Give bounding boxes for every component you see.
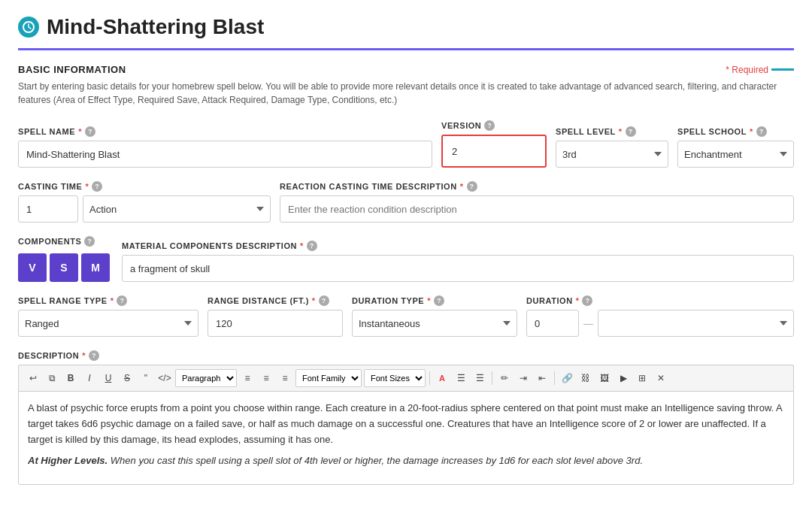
toolbar-align-center-button[interactable]: ≡	[258, 370, 274, 386]
description-editor[interactable]: A blast of psychic force erupts from a p…	[18, 391, 794, 485]
toolbar-edit-button[interactable]: ✏	[496, 370, 513, 386]
reaction-desc-help[interactable]: ?	[467, 181, 477, 192]
toolbar-font-color-button[interactable]: A	[434, 370, 450, 386]
casting-number-input[interactable]	[18, 195, 78, 223]
required-note: * Required	[726, 65, 794, 75]
range-dist-label: RANGE DISTANCE (FT.) * ?	[208, 295, 343, 306]
material-desc-group: MATERIAL COMPONENTS DESCRIPTION * ?	[122, 241, 794, 282]
toolbar-unlink-button[interactable]: ⛓	[577, 370, 594, 386]
component-buttons: V S M	[18, 253, 110, 282]
material-desc-help[interactable]: ?	[307, 241, 317, 251]
reaction-desc-label: REACTION CASTING TIME DESCRIPTION * ?	[280, 181, 794, 192]
range-type-select[interactable]: Ranged	[18, 310, 198, 337]
spell-school-group: SPELL SCHOOL * ? Enchantment	[677, 126, 794, 168]
range-dist-group: RANGE DISTANCE (FT.) * ?	[208, 295, 343, 337]
component-v-button[interactable]: V	[18, 253, 47, 282]
description-higher-levels: At Higher Levels. When you cast this spe…	[28, 453, 784, 469]
description-paragraph-1: A blast of psychic force erupts from a p…	[28, 401, 784, 447]
editor-toolbar: ↩ ⧉ B I U S " </> Paragraph ≡ ≡ ≡	[18, 365, 794, 391]
casting-type-select[interactable]: Action Bonus Action Reaction	[83, 195, 271, 223]
page-title: Mind-Shattering Blast	[47, 15, 264, 39]
toolbar-copy-button[interactable]: ⧉	[44, 370, 60, 386]
toolbar-divider-1	[429, 371, 430, 385]
spell-info-row: SPELL NAME * ? VERSION ? SPELL LEVEL * ?…	[18, 120, 794, 168]
components-label: COMPONENTS ?	[18, 236, 110, 247]
toolbar-code-button[interactable]: </>	[156, 370, 173, 386]
section-description: Start by entering basic details for your…	[18, 80, 794, 107]
toolbar-font-sizes-select[interactable]: Font Sizes	[364, 369, 426, 387]
version-label: VERSION ?	[441, 120, 547, 131]
toolbar-undo-button[interactable]: ↩	[25, 370, 41, 386]
components-row: COMPONENTS ? V S M MATERIAL COMPONENTS D…	[18, 236, 794, 282]
higher-levels-bold: At Higher Levels.	[28, 455, 108, 466]
casting-time-help[interactable]: ?	[92, 181, 102, 192]
spell-school-select[interactable]: Enchantment	[677, 141, 794, 168]
toolbar-table-button[interactable]: ⊞	[634, 370, 650, 386]
toolbar-align-left-button[interactable]: ≡	[239, 370, 256, 386]
casting-time-label: CASTING TIME * ?	[18, 181, 271, 192]
version-input[interactable]	[444, 138, 544, 165]
spell-school-help[interactable]: ?	[756, 126, 767, 137]
toolbar-image-button[interactable]: 🖼	[596, 370, 613, 386]
range-duration-row: SPELL RANGE TYPE * ? Ranged RANGE DISTAN…	[18, 295, 794, 337]
toolbar-italic-button[interactable]: I	[81, 370, 98, 386]
duration-value-input[interactable]	[526, 310, 579, 337]
spell-level-label: SPELL LEVEL * ?	[556, 126, 668, 137]
toolbar-quote-button[interactable]: "	[138, 370, 154, 386]
page-icon	[18, 17, 39, 38]
component-s-button[interactable]: S	[50, 253, 78, 282]
toolbar-unordered-list-button[interactable]: ☰	[453, 370, 469, 386]
description-help[interactable]: ?	[89, 350, 99, 361]
toolbar-divider-2	[492, 371, 492, 385]
component-m-button[interactable]: M	[81, 253, 110, 282]
spell-level-group: SPELL LEVEL * ? 3rd	[556, 126, 668, 168]
components-help[interactable]: ?	[84, 236, 95, 247]
duration-type-group: DURATION TYPE * ? Instantaneous	[352, 295, 517, 337]
toolbar-ordered-list-button[interactable]: ☰	[471, 370, 488, 386]
toolbar-divider-3	[554, 371, 555, 385]
toolbar-clear-button[interactable]: ✕	[653, 370, 669, 386]
reaction-desc-input[interactable]	[280, 195, 794, 223]
description-label: DESCRIPTION * ?	[18, 350, 794, 361]
components-group: COMPONENTS ? V S M	[18, 236, 110, 282]
duration-type-help[interactable]: ?	[434, 295, 444, 306]
toolbar-paragraph-select[interactable]: Paragraph	[175, 369, 237, 387]
version-help[interactable]: ?	[484, 120, 495, 131]
material-desc-input[interactable]	[122, 255, 794, 282]
range-type-label: SPELL RANGE TYPE * ?	[18, 295, 198, 306]
reaction-desc-group: REACTION CASTING TIME DESCRIPTION * ?	[280, 181, 794, 223]
duration-label: DURATION * ?	[526, 295, 794, 306]
duration-type-label: DURATION TYPE * ?	[352, 295, 517, 306]
casting-time-row: CASTING TIME * ? Action Bonus Action Rea…	[18, 181, 794, 223]
toolbar-align-right-button[interactable]: ≡	[277, 370, 293, 386]
toolbar-strike-button[interactable]: S	[119, 370, 135, 386]
range-dist-help[interactable]: ?	[319, 295, 329, 306]
spell-name-group: SPELL NAME * ?	[18, 126, 432, 168]
toolbar-link-button[interactable]: 🔗	[559, 370, 575, 386]
toolbar-underline-button[interactable]: U	[100, 370, 117, 386]
spell-name-label: SPELL NAME * ?	[18, 126, 432, 137]
range-type-help[interactable]: ?	[117, 295, 127, 306]
range-dist-input[interactable]	[208, 310, 343, 337]
range-type-group: SPELL RANGE TYPE * ? Ranged	[18, 295, 198, 337]
basic-info-section: BASIC INFORMATION * Required Start by en…	[18, 64, 794, 107]
duration-group: DURATION * ? —	[526, 295, 794, 337]
section-header: BASIC INFORMATION * Required	[18, 64, 794, 75]
spell-name-input[interactable]	[18, 141, 432, 168]
page-title-row: Mind-Shattering Blast	[18, 15, 794, 50]
spell-level-help[interactable]: ?	[626, 126, 636, 137]
material-desc-label: MATERIAL COMPONENTS DESCRIPTION * ?	[122, 241, 794, 251]
spell-name-help[interactable]: ?	[85, 126, 95, 137]
casting-time-group: CASTING TIME * ? Action Bonus Action Rea…	[18, 181, 271, 223]
toolbar-bold-button[interactable]: B	[62, 370, 79, 386]
spell-level-select[interactable]: 3rd	[556, 141, 668, 168]
required-line	[771, 68, 794, 71]
duration-type-select[interactable]: Instantaneous	[352, 310, 517, 337]
toolbar-indent-button[interactable]: ⇥	[515, 370, 532, 386]
duration-unit-select[interactable]	[598, 310, 794, 337]
duration-help[interactable]: ?	[582, 295, 592, 306]
toolbar-video-button[interactable]: ▶	[615, 370, 632, 386]
section-title: BASIC INFORMATION	[18, 64, 126, 75]
toolbar-font-family-select[interactable]: Font Family	[295, 369, 362, 387]
toolbar-outdent-button[interactable]: ⇤	[534, 370, 550, 386]
